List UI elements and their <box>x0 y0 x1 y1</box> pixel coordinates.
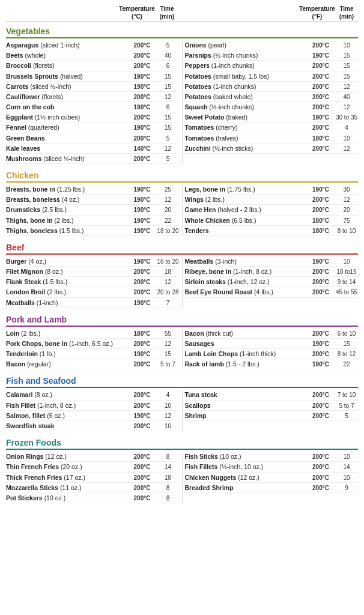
table-row: Bacon (regular)200°C5 to 7 <box>6 359 180 369</box>
food-name: Sirloin steaks (1-inch, 12 oz.) <box>185 277 307 286</box>
food-temp: 200°C <box>306 94 335 100</box>
food-time: 20 <box>157 207 180 213</box>
food-time: 6 <box>157 62 180 69</box>
food-name: Pork Chops, bone in (1-inch, 6.5 oz.) <box>6 339 128 348</box>
food-name: Scallops <box>185 401 307 410</box>
food-time: 4 <box>157 392 180 398</box>
food-name: Corn on the cob <box>6 103 128 111</box>
food-name: Thin French Fries (20 oz.) <box>6 462 128 471</box>
food-name: Shrimp <box>185 411 307 420</box>
food-name: Fish Sticks (10 oz.) <box>185 452 307 461</box>
food-temp: 190°C <box>128 300 157 306</box>
food-name: Beets (whole) <box>6 51 128 59</box>
food-temp: 190°C <box>306 52 335 59</box>
food-name: Tomatoes (halves) <box>185 134 307 142</box>
food-temp: 200°C <box>306 42 335 49</box>
food-time: 30 to 35 <box>335 114 358 121</box>
food-temp: 200°C <box>306 392 335 398</box>
food-temp: 200°C <box>306 207 335 213</box>
food-temp: 190°C <box>128 186 157 193</box>
food-temp: 190°C <box>128 73 157 80</box>
food-name: Bacon (regular) <box>6 360 128 368</box>
section-chicken: ChickenBreasts, bone in (1.25 lbs.)190°C… <box>6 169 358 236</box>
food-name: Parsnips (½-inch chunks) <box>185 51 307 59</box>
food-name: Brussels Sprouts (halved) <box>6 72 128 80</box>
food-temp: 200°C <box>128 474 157 481</box>
food-time: 22 <box>335 361 358 368</box>
food-temp: 200°C <box>306 474 335 481</box>
table-row: Calamari (8 oz.)200°C4 <box>6 390 180 400</box>
food-name: Whole Chicken (6.5 lbs.) <box>185 216 307 225</box>
table-row: Broccoli (florets)200°C6 <box>6 61 180 71</box>
col-right-pork: Bacon (thick cut)200°C6 to 10Sausages190… <box>182 329 359 370</box>
food-time: 8 to 10 <box>335 228 358 234</box>
table-row: Sweet Potato (baked)190°C30 to 35 <box>185 112 359 123</box>
table-row: Fish Fillet (1-inch, 8 oz.)200°C10 <box>6 401 180 411</box>
food-time: 40 <box>335 94 358 100</box>
col-left-frozen: Onion Rings (12 oz.)200°C8Thin French Fr… <box>6 452 182 503</box>
food-name: Zucchini (½-inch sticks) <box>185 144 307 153</box>
table-row: Eggplant (1½-inch cubes)200°C15 <box>6 112 180 123</box>
food-temp: 190°C <box>306 186 335 193</box>
table-row: Legs, bone in (1.75 lbs.)190°C30 <box>185 184 359 195</box>
table-row: Pot Stickers (10 oz.)200°C8 <box>6 493 180 503</box>
food-temp: 200°C <box>306 62 335 69</box>
food-temp: 200°C <box>306 351 335 357</box>
food-name: Breaded Shrimp <box>185 483 307 492</box>
food-time: 20 <box>335 207 358 213</box>
food-name: Tenderloin (1 lb.) <box>6 350 128 358</box>
food-name: Drumsticks (2.5 lbs.) <box>6 205 128 214</box>
table-row: Drumsticks (2.5 lbs.)190°C20 <box>6 205 180 215</box>
food-temp: 190°C <box>128 217 157 224</box>
col-right-frozen: Fish Sticks (10 oz.)200°C10Fish Fillets … <box>182 452 359 503</box>
food-temp: 200°C <box>306 485 335 491</box>
food-time: 15 <box>335 73 358 80</box>
food-time: 5 to 7 <box>157 361 180 368</box>
food-temp: 190°C <box>128 207 157 213</box>
food-name: Meatballs (3-inch) <box>185 257 307 265</box>
food-name: Breasts, bone in (1.25 lbs.) <box>6 185 128 193</box>
food-name: Carrots (sliced ½-inch) <box>6 82 128 91</box>
table-row: Mushrooms (sliced ¼-inch)200°C5 <box>6 154 180 164</box>
food-time: 8 <box>157 485 180 491</box>
food-time: 12 <box>157 196 180 203</box>
global-header: Temperature(°C) Time(min) Temperature(°F… <box>6 5 358 22</box>
table-row: Thighs, bone in (2 lbs.)190°C22 <box>6 216 180 226</box>
section-title-frozen: Frozen Foods <box>6 436 358 450</box>
food-time: 10 <box>335 258 358 265</box>
food-time: 55 <box>157 330 180 337</box>
section-fish: Fish and SeafoodCalamari (8 oz.)200°C4Fi… <box>6 374 358 431</box>
table-row: Breasts, bone in (1.25 lbs.)190°C25 <box>6 184 180 195</box>
food-name: Game Hen (halved - 2 lbs.) <box>185 205 307 214</box>
food-name: Rack of lamb (1.5 - 2 lbs.) <box>185 360 307 368</box>
food-name: Sweet Potato (baked) <box>185 113 307 121</box>
food-name: Thighs, boneless (1.5 lbs.) <box>6 226 128 235</box>
food-temp: 200°C <box>306 330 335 337</box>
food-time: 30 <box>335 186 358 193</box>
food-time: 8 <box>157 453 180 460</box>
food-name: Cauliflower (florets) <box>6 92 128 101</box>
food-temp: 190°C <box>306 341 335 347</box>
food-name: Sausages <box>185 339 307 348</box>
food-time: 40 <box>157 52 180 59</box>
table-row: Mozzarella Sticks (11 oz.)200°C8 <box>6 483 180 493</box>
food-name: Green Beans <box>6 134 128 142</box>
two-col-fish: Calamari (8 oz.)200°C4Fish Fillet (1-inc… <box>6 390 358 431</box>
food-name: Chicken Nuggets (12 oz.) <box>185 473 307 482</box>
section-title-vegetables: Vegetables <box>6 25 358 38</box>
food-temp: 200°C <box>128 453 157 460</box>
food-temp: 200°C <box>306 464 335 470</box>
food-name: Filet Mignon (8 oz.) <box>6 267 128 276</box>
col-left-fish: Calamari (8 oz.)200°C4Fish Fillet (1-inc… <box>6 390 182 431</box>
section-vegetables: VegetablesAsparagus (sliced 1-inch)200°C… <box>6 25 358 164</box>
food-temp: 200°C <box>128 361 157 368</box>
food-temp: 190°C <box>128 413 157 419</box>
food-time: 9 to 14 <box>335 279 358 285</box>
table-row: Tomatoes (halves)180°C10 <box>185 133 359 144</box>
food-time: 10 <box>335 135 358 142</box>
food-time: 12 <box>157 279 180 285</box>
table-row: Green Beans200°C5 <box>6 133 180 144</box>
food-name: Fish Fillets (½-inch, 10 oz.) <box>185 462 307 471</box>
food-name: Potatoes (small baby, 1.5 lbs) <box>185 72 307 80</box>
food-name: Salmon, fillet (6 oz.) <box>6 411 128 420</box>
